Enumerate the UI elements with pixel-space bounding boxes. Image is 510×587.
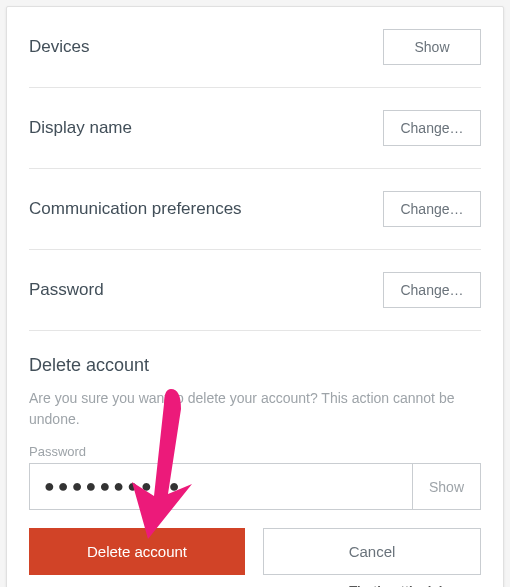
delete-account-button[interactable]: Delete account [29,528,245,575]
delete-warning: Are you sure you want to delete your acc… [29,388,481,430]
row-label-comm-prefs: Communication preferences [29,199,242,219]
row-label-password: Password [29,280,104,300]
show-password-button[interactable]: Show [412,464,480,509]
row-devices: Devices Show [29,7,481,88]
watermark: Thuthuattienich.com [29,583,481,587]
row-communication-preferences: Communication preferences Change… [29,169,481,250]
password-input[interactable] [30,464,412,509]
delete-account-section: Delete account Are you sure you want to … [29,331,481,575]
change-display-name-button[interactable]: Change… [383,110,481,146]
password-input-wrap: Show [29,463,481,510]
delete-heading: Delete account [29,355,481,376]
row-label-display-name: Display name [29,118,132,138]
change-comm-prefs-button[interactable]: Change… [383,191,481,227]
show-devices-button[interactable]: Show [383,29,481,65]
row-display-name: Display name Change… [29,88,481,169]
delete-action-row: Delete account Cancel [29,528,481,575]
cancel-button[interactable]: Cancel [263,528,481,575]
change-password-button[interactable]: Change… [383,272,481,308]
settings-card: Devices Show Display name Change… Commun… [6,6,504,587]
row-password: Password Change… [29,250,481,331]
password-label: Password [29,444,481,459]
row-label-devices: Devices [29,37,89,57]
